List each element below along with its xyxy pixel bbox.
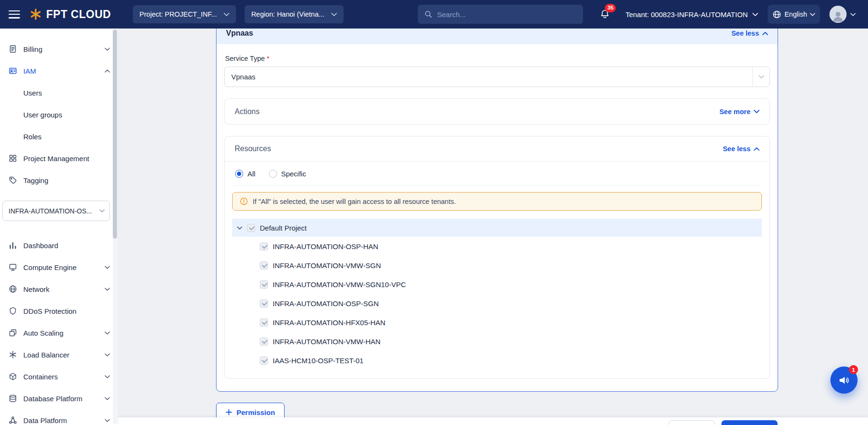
create-role-button[interactable]: Create role <box>721 420 778 425</box>
chevron-down-icon <box>99 209 105 212</box>
checkbox-checked-disabled[interactable] <box>247 224 255 232</box>
main-content: Vpnaas See less Service Type * Vpnaas Ac… <box>118 29 868 425</box>
logo-text: FPT CLOUD <box>46 8 111 21</box>
see-more-label: See more <box>720 108 750 116</box>
permission-card: Vpnaas See less Service Type * Vpnaas Ac… <box>216 29 778 392</box>
auto-scaling-icon <box>8 328 17 338</box>
project-scope-select[interactable]: INFRA-AUTOMATION-OS... <box>2 201 110 221</box>
radio-selected-icon <box>235 170 243 178</box>
tree-root-label: Default Project <box>260 224 306 232</box>
sidebar-item-database-platform[interactable]: Database Platform <box>0 387 118 409</box>
sidebar-item-user-groups[interactable]: User groups <box>0 104 118 126</box>
sidebar-item-compute-engine[interactable]: Compute Engine <box>0 256 118 278</box>
checkbox-checked-disabled[interactable] <box>260 299 268 308</box>
language-selector[interactable]: English <box>768 5 820 24</box>
radio-all-label: All <box>247 170 256 178</box>
sidebar-item-containers[interactable]: Containers <box>0 366 118 387</box>
actions-section-header: Actions See more <box>225 99 769 124</box>
see-less-label: See less <box>731 29 759 37</box>
checkbox-checked-disabled[interactable] <box>260 280 268 289</box>
sidebar-item-data-platform[interactable]: Data Platform <box>0 409 118 425</box>
sidebar-item-label: Containers <box>23 373 58 381</box>
tree-leaf[interactable]: INFRA-AUTOMATION-OSP-SGN <box>232 294 762 313</box>
tree-leaf[interactable]: INFRA-AUTOMATION-VMW-SGN <box>232 256 762 275</box>
sidebar-item-billing[interactable]: Billing <box>0 38 118 60</box>
tree-leaf-label: INFRA-AUTOMATION-OSP-HAN <box>273 242 378 251</box>
region-selector[interactable]: Region: Hanoi (Vietna... <box>245 5 344 23</box>
tree-node-default-project[interactable]: Default Project <box>232 219 762 237</box>
checkbox-checked-disabled[interactable] <box>260 319 268 327</box>
sidebar-item-users[interactable]: Users <box>0 82 118 104</box>
project-management-icon <box>8 154 17 163</box>
cancel-button[interactable]: Cancel <box>669 420 715 425</box>
tenant-label: Tenant: 000823-INFRA-AUTOMATION <box>625 10 748 19</box>
warning-icon <box>240 197 248 205</box>
sidebar-item-iam[interactable]: IAM <box>0 60 118 82</box>
region-selector-label: Region: Hanoi (Vietna... <box>251 10 325 18</box>
chevron-down-icon <box>105 419 110 422</box>
chevron-down-icon <box>105 266 110 269</box>
checkbox-checked-disabled[interactable] <box>260 338 268 346</box>
resources-section: Resources See less All Spe <box>224 136 770 379</box>
sidebar-scrollbar-thumb[interactable] <box>113 29 117 239</box>
user-icon <box>831 9 845 23</box>
dashboard-icon <box>8 241 17 250</box>
chevron-down-icon <box>105 288 110 291</box>
project-selector[interactable]: Project: PROJECT_INF... <box>133 5 236 23</box>
tree-leaf[interactable]: IAAS-HCM10-OSP-TEST-01 <box>232 351 762 370</box>
sidebar-item-project-management[interactable]: Project Management <box>0 147 118 169</box>
tenant-selector[interactable]: Tenant: 000823-INFRA-AUTOMATION <box>625 10 758 19</box>
permission-card-header: Vpnaas See less <box>217 29 778 44</box>
form-footer: Cancel Create role <box>118 417 868 425</box>
chevron-down-icon <box>810 13 815 16</box>
service-title: Vpnaas <box>226 29 253 38</box>
sidebar-item-roles[interactable]: Roles <box>0 126 118 147</box>
sidebar-item-load-balancer[interactable]: Load Balancer <box>0 344 118 366</box>
sidebar-item-label: Dashboard <box>23 241 58 250</box>
caret-down-icon[interactable] <box>237 226 242 230</box>
checkbox-checked-disabled[interactable] <box>260 242 268 251</box>
sidebar-item-ddos-protection[interactable]: DDoS Protection <box>0 300 118 322</box>
tree-leaf-label: INFRA-AUTOMATION-VMW-HAN <box>273 338 381 346</box>
chevron-down-icon <box>105 331 110 335</box>
cube-icon <box>8 372 17 381</box>
sidebar-item-auto-scaling[interactable]: Auto Scaling <box>0 322 118 344</box>
notifications-button[interactable]: 35 <box>600 9 610 19</box>
user-menu[interactable] <box>829 6 856 23</box>
resources-see-less-link[interactable]: See less <box>723 145 760 153</box>
sidebar-item-network[interactable]: Network <box>0 278 118 300</box>
search-input[interactable] <box>437 10 577 19</box>
sidebar-item-label: Tagging <box>23 176 49 184</box>
radio-all[interactable]: All <box>235 170 256 178</box>
add-permission-label: Permission <box>237 408 275 416</box>
chevron-down-icon <box>224 13 229 16</box>
checkbox-checked-disabled[interactable] <box>260 357 268 365</box>
sidebar-item-label: DDoS Protection <box>23 307 77 315</box>
sidebar-item-tagging[interactable]: Tagging <box>0 169 118 191</box>
radio-specific[interactable]: Specific <box>269 170 306 178</box>
resources-section-header: Resources See less <box>225 136 769 162</box>
support-fab[interactable]: 1 <box>830 367 858 394</box>
tag-icon <box>8 176 17 185</box>
actions-see-more-link[interactable]: See more <box>720 108 760 116</box>
card-see-less-link[interactable]: See less <box>731 29 768 37</box>
tree-leaf[interactable]: INFRA-AUTOMATION-VMW-HAN <box>232 332 762 351</box>
tree-leaf[interactable]: INFRA-AUTOMATION-HFX05-HAN <box>232 313 762 332</box>
megaphone-icon <box>838 374 850 386</box>
radio-unselected-icon <box>269 170 277 178</box>
logo[interactable]: FPT CLOUD <box>30 8 111 21</box>
sidebar-item-label: Load Balancer <box>23 351 69 359</box>
search-bar[interactable] <box>418 5 583 24</box>
sidebar-item-label: Auto Scaling <box>23 329 63 337</box>
tree-leaf[interactable]: INFRA-AUTOMATION-VMW-SGN10-VPC <box>232 275 762 294</box>
checkbox-checked-disabled[interactable] <box>260 261 268 270</box>
tree-leaf[interactable]: INFRA-AUTOMATION-OSP-HAN <box>232 237 762 256</box>
sidebar-scrollbar <box>113 29 117 424</box>
menu-icon[interactable] <box>9 10 20 19</box>
permission-card-body: Service Type * Vpnaas Actions See more <box>217 44 778 391</box>
project-scope-value: INFRA-AUTOMATION-OS... <box>9 207 96 215</box>
sidebar-item-label: Compute Engine <box>23 263 77 271</box>
service-type-select[interactable]: Vpnaas <box>224 67 770 87</box>
sidebar-item-dashboard[interactable]: Dashboard <box>0 234 118 256</box>
actions-section: Actions See more <box>224 98 770 125</box>
